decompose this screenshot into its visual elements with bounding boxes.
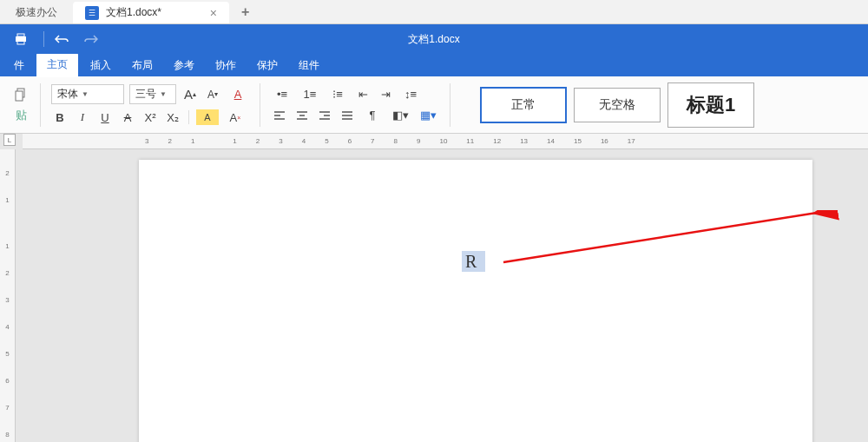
new-tab-button[interactable]: + (229, 1, 261, 23)
document-tab-label: 文档1.docx* (106, 5, 161, 20)
style-heading1[interactable]: 标题1 (667, 82, 754, 128)
svg-line-5 (503, 210, 833, 262)
undo-icon[interactable] (49, 29, 74, 49)
shrink-font-icon[interactable]: A▾ (204, 87, 221, 102)
style-nospace[interactable]: 无空格 (574, 88, 661, 122)
italic-button[interactable]: I (74, 109, 91, 125)
vertical-ruler[interactable]: 2112345678 (0, 149, 16, 442)
menu-insert[interactable]: 插入 (82, 55, 120, 76)
highlight-icon[interactable]: A (196, 109, 219, 125)
strikethrough-button[interactable]: A (119, 109, 136, 125)
print-icon[interactable] (9, 29, 33, 49)
grow-font-icon[interactable]: A▴ (181, 87, 199, 102)
superscript-button[interactable]: X² (141, 109, 159, 125)
align-left-icon[interactable] (271, 108, 288, 123)
decrease-indent-icon[interactable]: ⇤ (354, 87, 372, 102)
document-tab[interactable]: ☰ 文档1.docx* × (73, 2, 229, 23)
paste-icon[interactable]: 贴 (12, 108, 30, 123)
menu-references[interactable]: 参考 (165, 55, 203, 76)
shading-icon[interactable]: ◧▾ (389, 108, 411, 123)
menu-bar: 件 主页 插入 布局 参考 协作 保护 组件 (0, 54, 868, 76)
align-right-icon[interactable] (316, 108, 333, 123)
document-content[interactable]: R (462, 252, 485, 272)
pilcrow-icon[interactable]: ¶ (361, 108, 384, 123)
window-tabs-bar: 极速办公 ☰ 文档1.docx* × + (0, 0, 868, 24)
close-tab-icon[interactable]: × (210, 6, 217, 20)
bold-button[interactable]: B (51, 109, 69, 125)
line-spacing-icon[interactable]: ↕≡ (399, 87, 422, 102)
menu-plugins[interactable]: 组件 (290, 55, 328, 76)
merge-icon[interactable]: ▦▾ (417, 108, 439, 123)
numbering-icon[interactable]: 1≡ (299, 87, 321, 102)
bullets-icon[interactable]: •≡ (271, 87, 293, 102)
selected-text[interactable]: R (462, 251, 485, 272)
redo-icon[interactable] (79, 29, 103, 49)
menu-collaborate[interactable]: 协作 (207, 55, 245, 76)
svg-rect-4 (16, 91, 23, 101)
font-group: 宋体▼ 三号▼ A▴ A▾ A B I U A X² X₂ A A× (44, 82, 256, 129)
svg-rect-0 (17, 34, 24, 36)
chevron-down-icon: ▼ (160, 90, 167, 98)
app-name-tab[interactable]: 极速办公 (0, 2, 73, 23)
annotation-arrow (486, 210, 851, 288)
menu-layout[interactable]: 布局 (123, 55, 161, 76)
align-justify-icon[interactable] (339, 108, 356, 123)
subscript-button[interactable]: X₂ (164, 109, 181, 125)
document-workspace: L 3211234567891011121314151617 211234567… (0, 134, 868, 442)
horizontal-ruler[interactable]: 3211234567891011121314151617 (23, 134, 868, 149)
increase-indent-icon[interactable]: ⇥ (377, 87, 394, 102)
menu-protect[interactable]: 保护 (248, 55, 286, 76)
chevron-down-icon: ▼ (82, 90, 89, 98)
document-title: 文档1.docx (408, 32, 459, 47)
clipboard-group: 贴 (5, 82, 36, 129)
separator (43, 31, 44, 47)
copy-icon[interactable] (12, 87, 30, 102)
underline-button[interactable]: U (96, 109, 114, 125)
font-name-select[interactable]: 宋体▼ (51, 84, 124, 104)
font-name-value: 宋体 (57, 87, 78, 102)
title-bar: 文档1.docx (0, 24, 868, 54)
style-normal[interactable]: 正常 (480, 87, 567, 123)
align-center-icon[interactable] (293, 108, 311, 123)
menu-home[interactable]: 主页 (36, 53, 78, 77)
font-color-icon[interactable]: A (227, 87, 249, 102)
font-size-value: 三号 (135, 87, 156, 102)
menu-file[interactable]: 件 (5, 55, 33, 76)
multilevel-list-icon[interactable]: ⁝≡ (326, 87, 349, 102)
separator (260, 83, 260, 127)
separator (450, 83, 450, 127)
font-size-select[interactable]: 三号▼ (129, 84, 176, 104)
separator (40, 83, 41, 127)
paragraph-group: •≡ 1≡ ⁝≡ ⇤ ⇥ ↕≡ ¶ ◧▾ ▦▾ (264, 82, 446, 129)
separator (188, 110, 189, 124)
tab-stop-indicator[interactable]: L (3, 134, 16, 146)
clear-format-icon[interactable]: A× (224, 109, 247, 125)
ribbon-toolbar: 贴 宋体▼ 三号▼ A▴ A▾ A B I U A X² X₂ A A× •≡ … (0, 76, 868, 134)
doc-icon: ☰ (85, 6, 99, 20)
document-page[interactable]: R (139, 160, 812, 442)
